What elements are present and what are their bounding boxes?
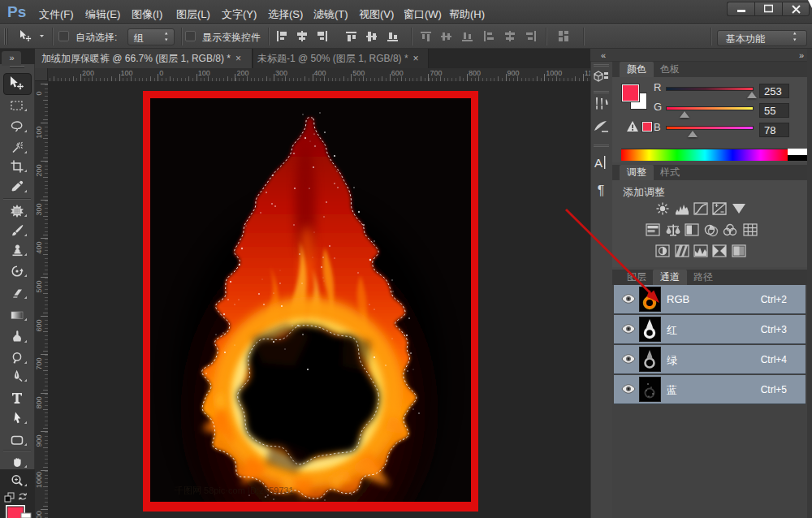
svg-text:千图网 58pic·com ID:2659731: 千图网 58pic·com ID:2659731 [175,486,294,495]
svg-text:A: A [594,156,603,170]
svg-text:¶: ¶ [598,183,605,197]
